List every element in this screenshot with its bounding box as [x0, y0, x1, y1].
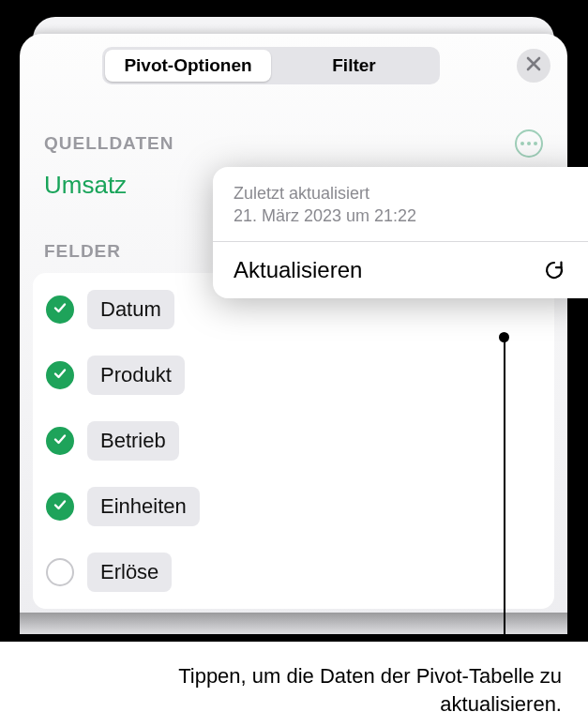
check-icon	[53, 497, 68, 516]
tab-label: Filter	[332, 55, 375, 76]
close-button[interactable]	[517, 49, 550, 83]
field-row: Betrieb	[33, 408, 554, 474]
last-updated: Zuletzt aktualisiert 21. März 2023 um 21…	[213, 167, 588, 242]
field-pill[interactable]: Betrieb	[87, 421, 179, 461]
segmented-control: Pivot-Optionen Filter	[102, 47, 440, 84]
more-button[interactable]	[515, 129, 543, 158]
field-checkbox[interactable]	[46, 361, 74, 389]
field-row: Produkt	[33, 342, 554, 408]
refresh-icon	[541, 257, 567, 283]
field-pill[interactable]: Einheiten	[87, 487, 200, 526]
last-updated-label: Zuletzt aktualisiert	[234, 184, 369, 203]
field-checkbox[interactable]	[46, 492, 74, 521]
refresh-label: Aktualisieren	[234, 257, 541, 283]
check-icon	[53, 366, 68, 385]
fields-list: DatumProduktBetriebEinheitenErlöse	[33, 273, 554, 609]
check-icon	[53, 300, 68, 319]
last-updated-value: 21. März 2023 um 21:22	[234, 206, 416, 225]
field-pill[interactable]: Erlöse	[87, 553, 172, 592]
field-row: Erlöse	[33, 539, 554, 605]
field-checkbox[interactable]	[46, 295, 74, 324]
field-checkbox[interactable]	[46, 427, 74, 455]
sheet-shadow	[0, 613, 588, 639]
refresh-row[interactable]: Aktualisieren	[213, 242, 588, 298]
tab-label: Pivot-Optionen	[124, 55, 251, 76]
refresh-popover: Zuletzt aktualisiert 21. März 2023 um 21…	[213, 167, 588, 298]
field-pill[interactable]: Produkt	[87, 356, 185, 395]
close-icon	[526, 56, 541, 75]
callout-text: Tippen, um die Daten der Pivot-Tabelle z…	[113, 662, 562, 718]
ellipsis-icon	[520, 142, 524, 145]
source-data-header: QUELLDATEN	[44, 133, 515, 154]
tab-pivot-options[interactable]: Pivot-Optionen	[105, 50, 271, 82]
pivot-options-sheet: Pivot-Optionen Filter QUELLDATEN	[20, 34, 567, 634]
field-pill[interactable]: Datum	[87, 290, 174, 329]
field-checkbox[interactable]	[46, 558, 74, 586]
field-row: Einheiten	[33, 474, 554, 539]
tab-filter[interactable]: Filter	[271, 50, 437, 82]
check-icon	[53, 432, 68, 450]
